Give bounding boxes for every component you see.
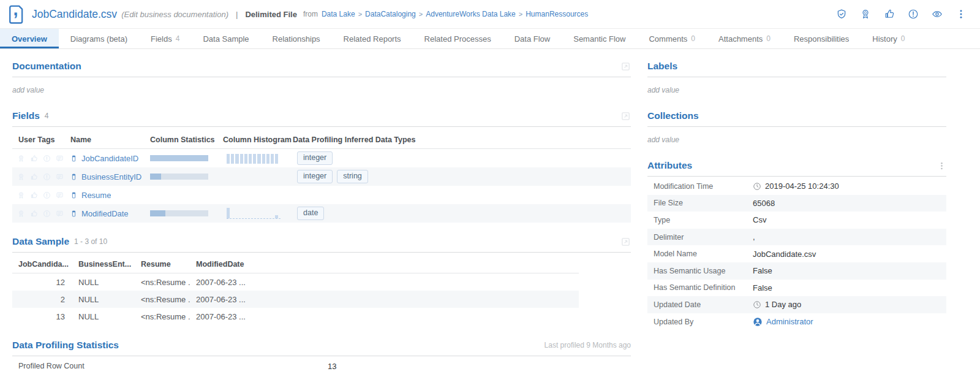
comment-icon[interactable] <box>56 210 64 218</box>
documentation-add-value[interactable]: add value <box>12 86 631 94</box>
collections-add-value[interactable]: add value <box>647 135 946 144</box>
certification-icon[interactable] <box>17 191 25 199</box>
sample-column-header: ModifiedDate <box>190 260 270 269</box>
field-row: BusinessEntityIDintegerstring <box>12 167 631 186</box>
clock-icon <box>753 300 761 309</box>
breadcrumb-link[interactable]: HumanRessources <box>526 10 588 18</box>
sample-column-header: BusinessEnt... <box>72 260 135 269</box>
tab-related-processes[interactable]: Related Processes <box>413 29 503 48</box>
expand-data-sample-button[interactable] <box>620 237 631 247</box>
attribute-row: Modification Time2019-04-25 10:24:30 <box>647 178 946 195</box>
tab-count: 0 <box>766 34 771 43</box>
field-name-link[interactable]: BusinessEntityID <box>81 172 141 181</box>
attributes-more-icon[interactable] <box>937 161 946 170</box>
sample-row: 12NULL<ns:Resume ...2007-06-23 ... <box>12 273 579 291</box>
certification-icon[interactable] <box>17 173 25 181</box>
comment-icon[interactable] <box>56 191 64 199</box>
data-type-badge: integer <box>297 170 333 183</box>
sample-cell: NULL <box>72 295 135 304</box>
documentation-section: Documentation add value <box>12 49 631 94</box>
inferred-types-cell: integerstring <box>293 170 631 183</box>
data-sample-title: Data Sample <box>12 236 69 247</box>
certification-icon[interactable] <box>17 210 25 218</box>
attribute-value-text: 65068 <box>753 199 775 208</box>
left-column: Documentation add value Fields 4 User Ta… <box>12 49 631 374</box>
data-profiling-section: Data Profiling Statistics Last profiled … <box>12 340 631 374</box>
data-sample-section: Data Sample 1 - 3 of 10 JobCandida...Bus… <box>12 236 631 325</box>
profiling-row: Profiled Row Count13 <box>12 356 631 374</box>
endorse-icon[interactable] <box>30 210 38 218</box>
labels-section: Labels add value <box>647 49 946 94</box>
sample-table-head: JobCandida...BusinessEnt...ResumeModifie… <box>12 255 579 273</box>
endorse-icon-glyph <box>884 9 895 20</box>
fields-column-header: Data Profiling Inferred Data Types <box>293 135 631 144</box>
sample-cell: 2007-06-23 ... <box>190 295 270 304</box>
endorse-icon[interactable] <box>30 155 38 162</box>
column-icon <box>70 172 77 181</box>
warning-icon[interactable] <box>908 9 919 20</box>
last-profiled-label: Last profiled 9 Months ago <box>545 341 631 349</box>
expand-fields-button[interactable] <box>620 111 631 121</box>
tab-relationships[interactable]: Relationships <box>261 29 332 48</box>
tab-overview[interactable]: Overview <box>0 29 59 48</box>
data-profiling-title: Data Profiling Statistics <box>12 340 119 351</box>
warning-icon[interactable] <box>43 210 51 218</box>
warning-icon[interactable] <box>43 191 51 199</box>
endorse-icon[interactable] <box>884 9 895 20</box>
endorse-icon[interactable] <box>30 173 38 181</box>
attribute-value-text[interactable]: Administrator <box>766 317 813 326</box>
attribute-value: 65068 <box>753 199 946 208</box>
breadcrumb-link[interactable]: Data Lake <box>322 10 355 18</box>
warning-icon[interactable] <box>43 173 51 181</box>
expand-documentation-button[interactable] <box>620 61 631 72</box>
tab-fields[interactable]: Fields4 <box>139 29 191 48</box>
tab-history[interactable]: History0 <box>861 29 916 48</box>
breadcrumb-separator: > <box>358 10 362 18</box>
warning-icon[interactable] <box>43 155 51 162</box>
tab-data-flow[interactable]: Data Flow <box>503 29 562 48</box>
user-avatar-icon <box>753 317 763 327</box>
sample-cell: <ns:Resume ... <box>135 278 190 287</box>
sample-cell: NULL <box>72 278 135 287</box>
breadcrumb: Data Lake>DataCataloging>AdventureWorks … <box>322 10 588 18</box>
certification-icon[interactable] <box>860 9 871 20</box>
watch-icon[interactable] <box>932 9 943 20</box>
tab-related-reports[interactable]: Related Reports <box>332 29 413 48</box>
collections-title: Collections <box>647 110 699 121</box>
comment-icon[interactable] <box>56 155 64 162</box>
edit-business-documentation-link[interactable]: (Edit business documentation) <box>121 10 228 19</box>
tab-label: Fields <box>151 34 172 44</box>
certification-icon[interactable] <box>17 155 25 162</box>
inferred-types-cell: date <box>293 207 631 220</box>
field-name-link[interactable]: Resume <box>81 191 111 200</box>
attribute-label: Has Semantic Usage <box>654 267 753 275</box>
field-name-cell: JobCandidateID <box>70 154 150 163</box>
field-name-link[interactable]: JobCandidateID <box>81 154 138 163</box>
fields-section: Fields 4 User TagsNameColumn StatisticsC… <box>12 110 631 223</box>
labels-add-value[interactable]: add value <box>647 86 946 94</box>
tab-semantic-flow[interactable]: Semantic Flow <box>562 29 637 48</box>
breadcrumb-link[interactable]: AdventureWorks Data Lake <box>426 10 516 18</box>
field-name-link[interactable]: ModifiedDate <box>81 209 129 218</box>
from-label: from <box>303 10 318 18</box>
endorse-icon[interactable] <box>30 191 38 199</box>
tab-comments[interactable]: Comments0 <box>637 29 707 48</box>
comment-icon[interactable] <box>56 173 64 181</box>
sample-cell: <ns:Resume ... <box>135 312 190 321</box>
column-statistics-cell <box>150 174 219 180</box>
comment-icon-glyph <box>56 173 64 181</box>
field-name-cell: Resume <box>70 191 150 200</box>
more-icon[interactable] <box>956 9 967 20</box>
field-row: JobCandidateIDinteger <box>12 149 631 167</box>
data-type-badge: integer <box>297 151 333 165</box>
tab-attachments[interactable]: Attachments0 <box>707 29 782 48</box>
breadcrumb-link[interactable]: DataCataloging <box>365 10 416 18</box>
tab-count: 0 <box>901 34 905 43</box>
tab-responsibilities[interactable]: Responsibilities <box>782 29 861 48</box>
more-icon-glyph <box>956 9 967 20</box>
tab-data-sample[interactable]: Data Sample <box>191 29 260 48</box>
tab-diagrams-beta[interactable]: Diagrams (beta) <box>59 29 139 48</box>
header-actions <box>836 9 970 20</box>
sample-cell: 2007-06-23 ... <box>190 312 270 321</box>
shield-check-icon[interactable] <box>836 9 847 20</box>
